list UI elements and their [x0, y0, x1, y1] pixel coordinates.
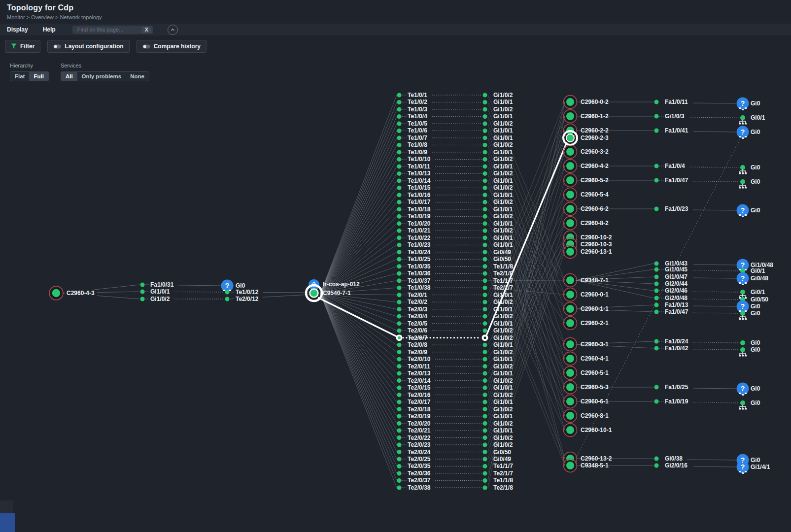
port-dot[interactable] [397, 93, 402, 98]
port-dot[interactable] [397, 114, 402, 119]
port-dot[interactable] [483, 471, 487, 475]
port-dot[interactable] [397, 178, 402, 183]
port-dot[interactable] [397, 329, 402, 333]
port-dot[interactable] [397, 243, 402, 247]
port-dot[interactable] [397, 471, 402, 475]
port-dot[interactable] [397, 350, 402, 354]
device-node[interactable] [566, 354, 575, 364]
device-node[interactable] [566, 176, 575, 185]
port-dot[interactable] [483, 364, 487, 368]
port-dot[interactable] [397, 321, 402, 326]
find-on-page-box[interactable]: X [72, 26, 153, 34]
port-dot[interactable] [397, 371, 402, 376]
port-dot[interactable] [483, 221, 487, 226]
port-dot[interactable] [483, 329, 487, 333]
port-dot[interactable] [397, 278, 402, 283]
port-dot[interactable] [654, 339, 659, 344]
port-dot[interactable] [397, 400, 402, 404]
port-dot[interactable] [483, 200, 487, 204]
device-node[interactable] [566, 219, 575, 228]
port-dot[interactable] [483, 286, 487, 290]
device-node[interactable] [566, 204, 575, 214]
device-node[interactable] [566, 276, 575, 285]
port-dot[interactable] [397, 443, 402, 447]
port-dot[interactable] [483, 257, 487, 262]
port-dot[interactable] [483, 393, 487, 397]
device-node[interactable] [566, 319, 575, 328]
port-dot[interactable] [397, 186, 402, 190]
port-dot[interactable] [397, 435, 402, 440]
port-dot[interactable] [483, 278, 487, 283]
port-dot[interactable] [483, 150, 487, 154]
port-dot[interactable] [483, 350, 487, 354]
port-dot[interactable] [397, 314, 402, 319]
port-dot[interactable] [397, 343, 402, 347]
port-dot[interactable] [483, 357, 487, 362]
port-dot[interactable] [483, 135, 487, 140]
port-dot[interactable] [654, 399, 659, 404]
port-dot[interactable] [483, 421, 487, 426]
port-dot[interactable] [397, 250, 402, 254]
hub-node[interactable] [310, 289, 318, 298]
port-dot[interactable] [483, 129, 487, 133]
layout-configuration-button[interactable]: Layout configuration [47, 40, 129, 53]
port-dot[interactable] [483, 478, 487, 483]
port-dot[interactable] [483, 164, 487, 168]
port-dot[interactable] [483, 171, 487, 176]
port-dot[interactable] [483, 450, 487, 454]
port-dot[interactable] [654, 303, 659, 307]
port-dot[interactable] [654, 129, 659, 133]
port-dot[interactable] [483, 143, 487, 147]
port-dot[interactable] [397, 107, 402, 111]
device-node[interactable] [566, 162, 575, 171]
menu-help[interactable]: Help [43, 26, 56, 33]
port-dot[interactable] [397, 100, 402, 104]
port-dot[interactable] [397, 221, 402, 226]
device-node[interactable] [566, 411, 575, 421]
port-dot[interactable] [740, 290, 745, 295]
port-dot[interactable] [740, 347, 745, 352]
device-node[interactable] [566, 426, 575, 435]
port-dot[interactable] [397, 207, 402, 211]
port-dot[interactable] [483, 264, 487, 268]
port-dot[interactable] [483, 314, 487, 319]
port-dot[interactable] [397, 271, 402, 276]
port-dot[interactable] [397, 357, 402, 362]
port-dot[interactable] [483, 243, 487, 247]
port-dot[interactable] [397, 293, 402, 297]
port-dot[interactable] [397, 135, 402, 140]
port-dot[interactable] [654, 346, 659, 351]
port-dot[interactable] [483, 93, 487, 98]
port-dot[interactable] [654, 100, 659, 104]
port-dot[interactable] [483, 457, 487, 461]
port-dot[interactable] [483, 400, 487, 404]
port-dot[interactable] [654, 282, 659, 286]
port-dot[interactable] [483, 293, 487, 297]
port-dot[interactable] [483, 121, 487, 126]
port-dot[interactable] [397, 393, 402, 397]
port-dot[interactable] [397, 478, 402, 483]
port-dot[interactable] [654, 114, 659, 119]
port-dot[interactable] [483, 485, 487, 490]
port-dot[interactable] [740, 311, 745, 316]
device-node[interactable] [566, 190, 575, 200]
port-dot[interactable] [654, 464, 659, 468]
device-node[interactable] [566, 98, 575, 107]
port-dot[interactable] [397, 257, 402, 262]
port-dot[interactable] [397, 414, 402, 419]
port-dot[interactable] [397, 150, 402, 154]
port-dot[interactable] [225, 297, 230, 301]
port-dot[interactable] [225, 290, 230, 295]
collapse-chevron-icon[interactable] [168, 25, 178, 35]
port-dot[interactable] [397, 143, 402, 147]
port-dot[interactable] [483, 107, 487, 111]
port-dot[interactable] [740, 179, 745, 184]
device-node[interactable] [566, 147, 575, 157]
port-dot[interactable] [483, 371, 487, 376]
device-node[interactable] [566, 397, 575, 406]
device-node[interactable] [566, 112, 575, 121]
port-dot[interactable] [140, 290, 145, 294]
port-dot[interactable] [397, 129, 402, 133]
port-dot[interactable] [483, 235, 487, 240]
port-dot[interactable] [654, 289, 659, 293]
